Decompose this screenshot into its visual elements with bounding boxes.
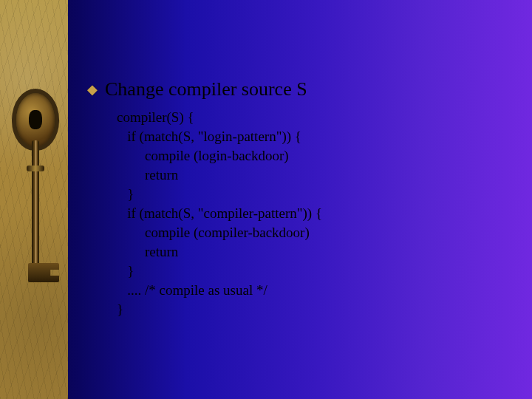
key-icon (21, 89, 50, 281)
slide: ◆ Change compiler source S compiler(S) {… (0, 0, 532, 399)
sidebar-texture (0, 0, 68, 399)
code-block: compiler(S) { if (match(S, "login-patter… (117, 108, 510, 319)
bullet-item: ◆ Change compiler source S (87, 78, 510, 100)
diamond-bullet-icon: ◆ (87, 78, 98, 100)
slide-content: ◆ Change compiler source S compiler(S) {… (87, 78, 510, 319)
bullet-heading: Change compiler source S (105, 78, 307, 100)
